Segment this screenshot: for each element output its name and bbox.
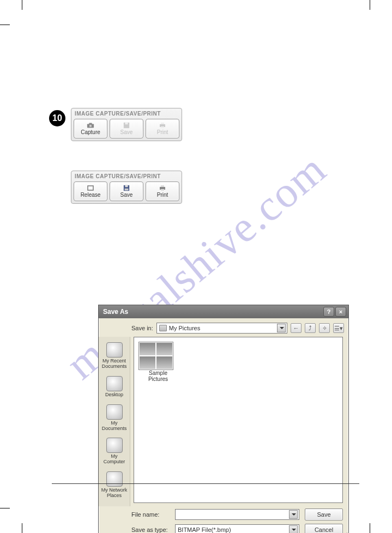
folder-up-icon: ⤴ (309, 325, 312, 331)
svg-rect-6 (161, 123, 164, 124)
question-icon: ? (327, 308, 331, 315)
place-mycomputer[interactable]: My Computer (99, 435, 130, 469)
toolbar-release: IMAGE CAPTURE/SAVE/PRINT Release Save Pr… (71, 171, 182, 204)
place-label: My Recent Documents (100, 359, 129, 370)
saveastype-value: BITMAP File(*.bmp) (178, 526, 231, 533)
printer-icon (159, 185, 166, 191)
desktop-icon (106, 376, 123, 391)
print-button[interactable]: Print (146, 181, 179, 201)
save-button[interactable]: Save (110, 181, 143, 201)
save-label: Save (120, 129, 133, 135)
chevron-down-icon[interactable] (289, 525, 298, 533)
toolbar-capture: IMAGE CAPTURE/SAVE/PRINT Capture Save Pr… (71, 108, 182, 141)
print-button-disabled: Print (146, 119, 179, 138)
close-button[interactable]: × (335, 307, 346, 317)
dialog-title: Save As (103, 308, 128, 316)
places-bar: My Recent Documents Desktop My Documents… (99, 337, 130, 506)
save-as-dialog: Save As ? × Save in: My Pictures ← ⤴ ✧ ☰… (98, 305, 349, 533)
print-label: Print (157, 129, 168, 135)
svg-rect-14 (161, 189, 164, 191)
release-icon (87, 185, 94, 191)
file-list-pane[interactable]: Sample Pictures (134, 337, 343, 503)
svg-rect-11 (125, 189, 129, 190)
file-label: Sample Pictures (138, 370, 178, 382)
chevron-down-icon[interactable] (277, 324, 286, 332)
view-menu-button[interactable]: ☰▾ (333, 323, 344, 333)
save-button-disabled: Save (110, 119, 143, 138)
thumbnail-icon (138, 342, 173, 370)
savein-combo[interactable]: My Pictures (156, 323, 287, 334)
capture-button[interactable]: Capture (74, 119, 107, 138)
place-mydocs[interactable]: My Documents (99, 402, 130, 436)
capture-label: Capture (81, 129, 100, 135)
step-badge: 10 (49, 110, 65, 126)
place-recent[interactable]: My Recent Documents (99, 340, 130, 374)
camera-icon (87, 122, 94, 129)
svg-rect-7 (161, 126, 164, 128)
folder-icon (159, 325, 167, 331)
cancel-dialog-button[interactable]: Cancel (305, 524, 343, 533)
new-folder-button[interactable]: ✧ (319, 323, 330, 333)
mydocs-icon (106, 404, 123, 420)
saveastype-combo[interactable]: BITMAP File(*.bmp) (175, 524, 299, 533)
dialog-titlebar[interactable]: Save As ? × (99, 305, 348, 318)
new-folder-icon: ✧ (322, 325, 327, 332)
network-icon (106, 471, 123, 487)
filename-label: File name: (131, 511, 170, 518)
toolbar-title: IMAGE CAPTURE/SAVE/PRINT (74, 172, 179, 181)
savein-value: My Pictures (169, 325, 200, 331)
back-button[interactable]: ← (291, 323, 301, 333)
chevron-down-icon[interactable] (289, 510, 298, 519)
view-icon: ☰▾ (334, 325, 343, 332)
computer-icon (106, 438, 123, 453)
place-label: My Network Places (100, 488, 129, 499)
print-label: Print (157, 192, 168, 198)
toolbar-title: IMAGE CAPTURE/SAVE/PRINT (74, 110, 179, 119)
savein-label: Save in: (131, 325, 153, 331)
floppy-icon (123, 185, 130, 191)
floppy-icon (123, 122, 130, 129)
place-label: My Computer (100, 454, 129, 465)
file-item[interactable]: Sample Pictures (138, 342, 178, 382)
close-icon: × (339, 308, 342, 315)
save-dialog-button[interactable]: Save (305, 508, 343, 520)
svg-rect-13 (161, 185, 164, 187)
recent-icon (106, 342, 123, 358)
svg-rect-1 (89, 123, 92, 125)
svg-rect-10 (125, 185, 128, 187)
page-footer-rule (52, 483, 359, 484)
svg-rect-4 (125, 123, 128, 124)
release-button[interactable]: Release (74, 181, 107, 201)
help-button[interactable]: ? (323, 307, 334, 317)
place-label: My Documents (100, 421, 129, 432)
filename-input[interactable] (175, 509, 299, 520)
place-label: Desktop (105, 392, 123, 398)
place-desktop[interactable]: Desktop (99, 374, 130, 402)
svg-point-2 (89, 125, 92, 127)
printer-icon (159, 122, 166, 129)
up-folder-button[interactable]: ⤴ (305, 323, 316, 333)
release-label: Release (81, 192, 101, 198)
svg-rect-8 (88, 186, 93, 190)
place-mynetwork[interactable]: My Network Places (99, 469, 130, 503)
save-label: Save (120, 192, 133, 198)
saveastype-label: Save as type: (131, 526, 170, 533)
